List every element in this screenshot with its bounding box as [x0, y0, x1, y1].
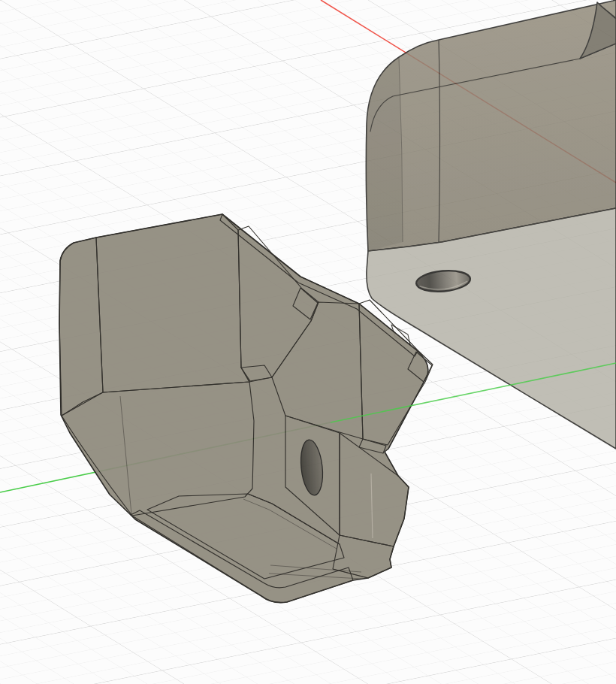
cad-viewport[interactable]	[0, 0, 616, 684]
model-canvas[interactable]	[0, 0, 616, 684]
